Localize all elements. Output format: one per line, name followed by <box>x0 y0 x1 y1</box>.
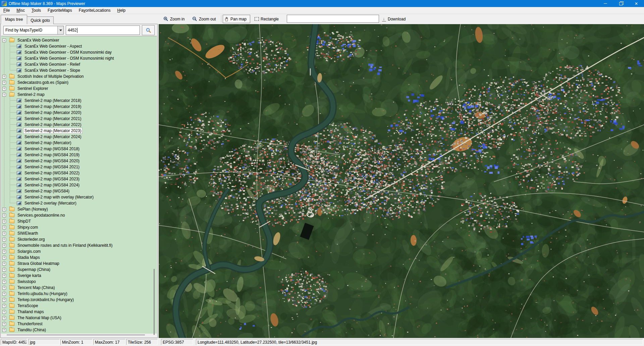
tree-item[interactable]: Sentinel-2 map (WGS84 2023) <box>1 176 157 182</box>
tree-item[interactable]: +Stadia Maps <box>1 254 157 261</box>
menu-item-help[interactable]: Help <box>114 7 129 14</box>
toolbar-input[interactable] <box>287 15 379 23</box>
menu-item-tools[interactable]: Tools <box>28 7 44 14</box>
menu-item-file[interactable]: File <box>0 7 13 14</box>
tree-item[interactable]: +Terkep.torokbalint.hu (Hungary) <box>1 297 157 303</box>
tree-item-label: The National Map (USA) <box>16 315 62 321</box>
tree-item[interactable]: Sentinel-2 map (Mercator 2024) <box>1 134 157 140</box>
tree-item[interactable]: Sentinel-2 overlay (Mercator) <box>1 200 157 206</box>
find-by-dropdown[interactable]: Find by MapsTypeID <box>3 26 64 35</box>
tree-item[interactable]: +Sedecatastro.gob.es (Spain) <box>1 79 157 85</box>
map-layer-icon <box>17 141 21 145</box>
tree-guide-line <box>10 96 10 203</box>
tree-item[interactable]: +Thunderforest <box>1 321 157 327</box>
tree-item-label: Sverige karta <box>16 273 42 278</box>
search-button[interactable] <box>142 25 155 35</box>
restore-button[interactable] <box>613 0 629 7</box>
tree-item[interactable]: +Swisstopo <box>1 279 157 285</box>
tree-item[interactable]: Sentinel-2 map (WGS84 2019) <box>1 152 157 158</box>
tree-item[interactable]: +Thailand maps <box>1 309 157 315</box>
tree-item[interactable]: ScanEx Web Geomixer - OSM Kosmosnimki ni… <box>1 55 157 61</box>
tree-item[interactable]: Sentinel-2 map (Mercator 2021) <box>1 116 157 122</box>
tree-item[interactable]: +Solargis.com <box>1 248 157 254</box>
tree-item[interactable]: ScanEx Web Geomixer - Relief <box>1 61 157 67</box>
tree-item[interactable]: +Skoterleder.org <box>1 236 157 242</box>
tree-item-label: Stadia Maps <box>16 255 41 260</box>
tree-item[interactable]: +Terinfo.ujbuda.hu (Hungary) <box>1 291 157 297</box>
tree-item[interactable]: ScanEx Web Geomixer - Slope <box>1 67 157 73</box>
tree-item-label: ShipDT <box>16 219 32 224</box>
tree-item[interactable]: +Services.geodataonline.no <box>1 212 157 218</box>
tree-item-label: ScanEx Web Geomixer - Slope <box>23 68 81 73</box>
download-button[interactable]: Download <box>381 15 407 23</box>
menu-item-favoritemaps[interactable]: FavoriteMaps <box>44 7 75 14</box>
tree-item[interactable]: +SIWEIearth <box>1 230 157 236</box>
tree-item[interactable]: Sentinel-2 map (WGS84 2022) <box>1 170 157 176</box>
tree-connector <box>10 179 17 179</box>
tree-connector <box>10 106 17 107</box>
tree-item[interactable]: −ScanEx Web Geomixer <box>1 37 157 43</box>
tree-item[interactable]: Sentinel-2 map (WGS84 2024) <box>1 182 157 188</box>
close-button[interactable]: ✕ <box>629 0 644 7</box>
tree-item[interactable]: Sentinel-2 map (Mercator 2023) <box>1 128 157 134</box>
tree-item[interactable]: +Sentinel Explorer <box>1 85 157 92</box>
tree-item[interactable]: Sentinel-2 map (Mercator) <box>1 140 157 146</box>
tree-item[interactable]: +Strava Global Heatmap <box>1 261 157 267</box>
tree-connector <box>10 173 17 173</box>
rectangle-button[interactable]: Rectangle <box>253 15 280 23</box>
minimize-icon <box>604 3 607 4</box>
tree-horizontal-scrollbar[interactable] <box>7 335 145 335</box>
tree-item[interactable]: Sentinel-2 map (Mercator 2022) <box>1 122 157 128</box>
tree-item[interactable]: −Sentinel-2 map <box>1 92 157 98</box>
tree-item[interactable]: +SePlan (Norway) <box>1 206 157 212</box>
tree-item-label: Services.geodataonline.no <box>16 213 66 218</box>
menu-item-misc[interactable]: Misc <box>13 7 28 14</box>
maps-tree-panel: Find by MapsTypeID 4452 −ScanEx Web Geom… <box>0 24 158 338</box>
tree-item[interactable]: Sentinel-2 map (Mercator 2020) <box>1 110 157 116</box>
tree-item[interactable]: Sentinel-2 map (WGS84) <box>1 188 157 194</box>
pan-map-button[interactable]: Pan map <box>223 15 250 23</box>
tree-item-label: Sentinel-2 map (WGS84 2020) <box>23 158 80 164</box>
tree-item[interactable]: Sentinel-2 map (WGS84 2021) <box>1 164 157 170</box>
tree-item[interactable]: +Snowmobile routes and ruts in Finland (… <box>1 242 157 248</box>
tree-item[interactable]: ScanEx Web Geomixer - OSM Kosmosnimki da… <box>1 49 157 55</box>
tree-item[interactable]: Sentinel-2 map (Mercator 2019) <box>1 104 157 110</box>
tree-item[interactable]: +Tencent Map (China) <box>1 285 157 291</box>
tree-item[interactable]: +The National Map (USA) <box>1 315 157 321</box>
tree-item-label: Sentinel-2 map (Mercator 2024) <box>23 134 82 139</box>
map-layer-icon <box>17 177 21 181</box>
tree-item[interactable]: +ShipDT <box>1 218 157 224</box>
menu-item-favoritelocations[interactable]: FavoriteLocations <box>75 7 114 14</box>
tree-item[interactable]: +TerraScope <box>1 303 157 309</box>
tree-item[interactable]: +Supermap (China) <box>1 267 157 273</box>
tree-connector <box>10 130 17 131</box>
tree-item[interactable]: ScanEx Web Geomixer - Aspect <box>1 43 157 49</box>
tree-item[interactable]: +Shipxy.com <box>1 224 157 230</box>
tree-item[interactable]: Sentinel-2 map (WGS84 2020) <box>1 158 157 164</box>
chevron-down-icon[interactable] <box>57 26 63 34</box>
tree-item[interactable]: +Tianditu (China) <box>1 327 157 333</box>
search-input[interactable]: 4452 <box>66 25 140 35</box>
tree-item[interactable]: Sentinel-2 map (WGS84 2018) <box>1 146 157 152</box>
tree-item-label: Thailand maps <box>16 309 45 314</box>
folder-icon <box>9 310 14 314</box>
tree-connector <box>10 64 17 65</box>
zoom-in-button[interactable]: Zoom in <box>162 15 186 23</box>
tree-item[interactable]: +Sverige karta <box>1 273 157 279</box>
folder-icon <box>9 298 14 302</box>
tree-item-label: TerraScope <box>16 303 39 308</box>
minimize-button[interactable] <box>598 0 613 7</box>
tree-item-label: Sentinel-2 overlay (Mercator) <box>23 200 77 206</box>
tree-vertical-scrollbar[interactable] <box>154 269 155 335</box>
tree-item[interactable]: Sentinel-2 map with overlay (Mercator) <box>1 194 157 200</box>
tree-item[interactable]: Sentinel-2 map (Mercator 2018) <box>1 98 157 104</box>
tab-maps-tree[interactable]: Maps tree <box>1 15 27 24</box>
map-layer-icon <box>17 183 21 187</box>
map-view[interactable] <box>159 24 644 338</box>
folder-icon <box>9 74 14 78</box>
zoom-out-button[interactable]: Zoom out <box>191 15 217 23</box>
status-bar: MapsID: 4452jpgMinZoom: 1MaxZoom: 17Tile… <box>0 338 644 346</box>
tree-item[interactable]: +Scottish Index of Multiple Deprivation <box>1 73 157 79</box>
map-layer-icon <box>17 195 21 199</box>
tab-quick-goto[interactable]: Quick goto <box>27 16 53 24</box>
